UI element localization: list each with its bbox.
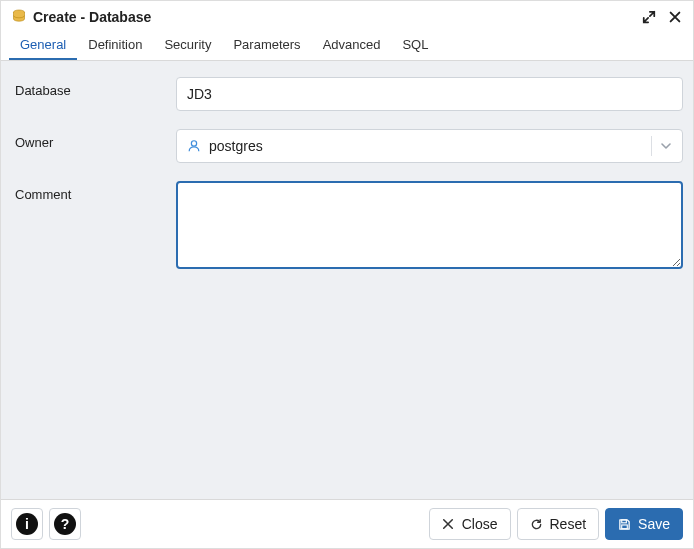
save-button-label: Save bbox=[638, 516, 670, 532]
comment-textarea[interactable] bbox=[176, 181, 683, 269]
select-divider bbox=[651, 136, 652, 156]
close-button[interactable]: Close bbox=[429, 508, 511, 540]
label-database: Database bbox=[11, 77, 176, 98]
row-comment: Comment bbox=[11, 181, 683, 272]
x-icon bbox=[442, 517, 456, 531]
form-body: Database Owner postgres bbox=[1, 61, 693, 499]
dialog-footer: i ? Close Reset bbox=[1, 499, 693, 548]
reset-icon bbox=[530, 517, 544, 531]
tab-general[interactable]: General bbox=[9, 32, 77, 60]
row-owner: Owner postgres bbox=[11, 129, 683, 163]
tab-sql[interactable]: SQL bbox=[391, 32, 439, 60]
reset-button-label: Reset bbox=[550, 516, 587, 532]
info-button[interactable]: i bbox=[11, 508, 43, 540]
help-button[interactable]: ? bbox=[49, 508, 81, 540]
owner-value: postgres bbox=[209, 138, 643, 154]
close-icon[interactable] bbox=[667, 9, 683, 25]
maximize-icon[interactable] bbox=[641, 9, 657, 25]
user-icon bbox=[187, 139, 201, 153]
dialog-title: Create - Database bbox=[33, 9, 641, 25]
save-icon bbox=[618, 517, 632, 531]
tab-definition[interactable]: Definition bbox=[77, 32, 153, 60]
database-icon bbox=[11, 9, 27, 25]
row-database: Database bbox=[11, 77, 683, 111]
tab-parameters[interactable]: Parameters bbox=[222, 32, 311, 60]
label-owner: Owner bbox=[11, 129, 176, 150]
svg-rect-3 bbox=[622, 524, 628, 528]
owner-select[interactable]: postgres bbox=[176, 129, 683, 163]
help-icon: ? bbox=[54, 513, 76, 535]
close-button-label: Close bbox=[462, 516, 498, 532]
create-database-dialog: Create - Database General Definition Sec… bbox=[0, 0, 694, 549]
tab-security[interactable]: Security bbox=[153, 32, 222, 60]
save-button[interactable]: Save bbox=[605, 508, 683, 540]
info-icon: i bbox=[16, 513, 38, 535]
reset-button[interactable]: Reset bbox=[517, 508, 600, 540]
titlebar-actions bbox=[641, 9, 683, 25]
title-bar: Create - Database bbox=[1, 1, 693, 33]
svg-point-1 bbox=[191, 141, 196, 146]
database-name-input[interactable] bbox=[176, 77, 683, 111]
tab-advanced[interactable]: Advanced bbox=[312, 32, 392, 60]
svg-rect-2 bbox=[622, 519, 627, 522]
tab-bar: General Definition Security Parameters A… bbox=[1, 33, 693, 61]
label-comment: Comment bbox=[11, 181, 176, 202]
chevron-down-icon bbox=[660, 140, 672, 152]
